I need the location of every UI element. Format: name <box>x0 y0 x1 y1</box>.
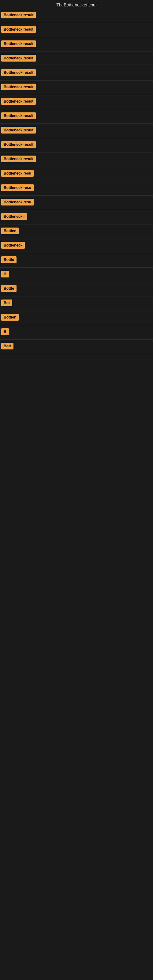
bottleneck-badge-19[interactable]: B <box>1 271 9 277</box>
bottleneck-badge-11[interactable]: Bottleneck result <box>1 156 36 162</box>
result-row-7: Bottleneck result <box>0 95 153 109</box>
bottleneck-badge-16[interactable]: Bottlen <box>1 228 19 234</box>
result-row-24: Bott <box>0 340 153 354</box>
result-row-21: Bot <box>0 296 153 311</box>
result-row-9: Bottleneck result <box>0 124 153 138</box>
bottleneck-badge-3[interactable]: Bottleneck result <box>1 40 36 47</box>
result-row-23: B <box>0 325 153 340</box>
result-row-19: B <box>0 268 153 282</box>
result-row-11: Bottleneck result <box>0 153 153 167</box>
result-row-6: Bottleneck result <box>0 81 153 95</box>
result-row-17: Bottleneck <box>0 239 153 253</box>
result-row-12: Bottleneck resu <box>0 167 153 181</box>
result-row-10: Bottleneck result <box>0 138 153 153</box>
result-row-2: Bottleneck result <box>0 23 153 37</box>
result-row-18: Bottle <box>0 253 153 268</box>
bottleneck-badge-5[interactable]: Bottleneck result <box>1 69 36 76</box>
bottleneck-badge-20[interactable]: Bottle <box>1 285 16 292</box>
results-list: Bottleneck resultBottleneck resultBottle… <box>0 9 153 354</box>
bottleneck-badge-17[interactable]: Bottleneck <box>1 242 25 249</box>
bottleneck-badge-10[interactable]: Bottleneck result <box>1 141 36 148</box>
bottleneck-badge-23[interactable]: B <box>1 328 9 335</box>
result-row-14: Bottleneck resu <box>0 196 153 210</box>
result-row-13: Bottleneck resu <box>0 181 153 196</box>
bottleneck-badge-12[interactable]: Bottleneck resu <box>1 170 33 177</box>
site-title: TheBottlenecker.com <box>0 0 153 9</box>
result-row-20: Bottle <box>0 282 153 296</box>
result-row-3: Bottleneck result <box>0 37 153 52</box>
result-row-22: Bottlen <box>0 311 153 325</box>
bottleneck-badge-1[interactable]: Bottleneck result <box>1 12 36 18</box>
bottleneck-badge-14[interactable]: Bottleneck resu <box>1 199 33 205</box>
result-row-15: Bottleneck r <box>0 210 153 224</box>
result-row-1: Bottleneck result <box>0 9 153 23</box>
result-row-4: Bottleneck result <box>0 52 153 66</box>
site-header: TheBottlenecker.com <box>0 0 153 9</box>
result-row-16: Bottlen <box>0 224 153 239</box>
bottleneck-badge-4[interactable]: Bottleneck result <box>1 55 36 62</box>
bottleneck-badge-2[interactable]: Bottleneck result <box>1 26 36 33</box>
bottleneck-badge-24[interactable]: Bott <box>1 343 13 350</box>
result-row-5: Bottleneck result <box>0 66 153 81</box>
bottleneck-badge-6[interactable]: Bottleneck result <box>1 84 36 90</box>
bottleneck-badge-7[interactable]: Bottleneck result <box>1 98 36 105</box>
bottleneck-badge-8[interactable]: Bottleneck result <box>1 112 36 119</box>
bottleneck-badge-15[interactable]: Bottleneck r <box>1 213 27 220</box>
bottleneck-badge-18[interactable]: Bottle <box>1 256 16 263</box>
bottleneck-badge-22[interactable]: Bottlen <box>1 314 19 321</box>
result-row-8: Bottleneck result <box>0 109 153 124</box>
bottleneck-badge-9[interactable]: Bottleneck result <box>1 127 36 134</box>
bottleneck-badge-21[interactable]: Bot <box>1 299 12 306</box>
bottleneck-badge-13[interactable]: Bottleneck resu <box>1 185 33 191</box>
